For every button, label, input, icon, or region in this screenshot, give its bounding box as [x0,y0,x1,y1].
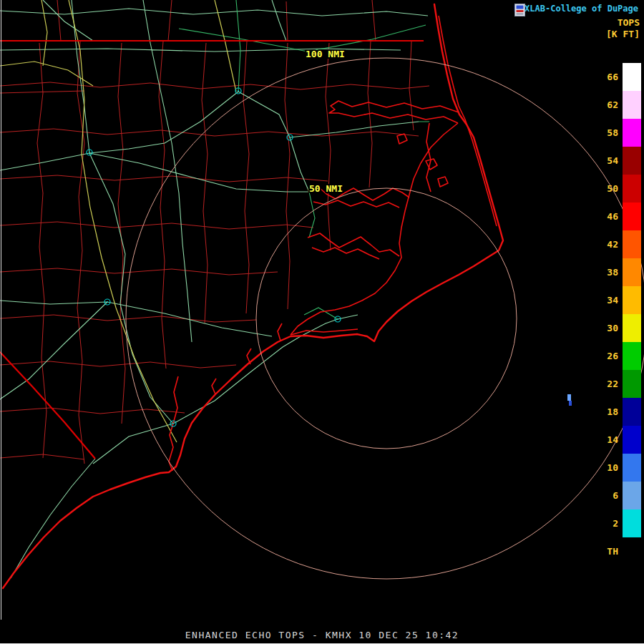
city-marker-dot [89,152,90,153]
legend-value-label: 50 [607,183,618,194]
legend-entry: 10 [591,454,641,482]
map-canvas: 100 NMI 50 NMI [0,0,644,644]
ring-label-50nmi: 50 NMI [309,183,343,194]
legend-panel: TOPS [K FT] 6662585450464238343026221814… [591,17,641,565]
legend-units: [K FT] [591,29,641,40]
legend-entry: 22 [591,370,641,398]
coastal-inlets [212,323,358,394]
legend-value-label: 58 [607,127,618,138]
map-border-left [1,0,1,620]
legend-color-swatch [623,63,641,91]
legend-entry: 26 [591,342,641,370]
legend-color-swatch [623,454,641,482]
echo-cell-dark [569,401,572,406]
legend-color-swatch [623,314,641,342]
coastline [3,4,503,588]
legend-value-label: TH [607,546,618,557]
legend-value-label: 34 [607,295,618,306]
outer-banks-inner-shore [439,16,497,226]
legend-value-label: 26 [607,351,618,361]
legend-color-swatch [623,91,641,119]
attribution-bar: NEXLAB-College of DuPage [514,4,642,14]
legend-entry: 42 [591,230,641,258]
legend-color-swatch [623,509,641,537]
neuse-river [308,233,399,259]
road-network-green [0,0,428,578]
legend-value-label: 54 [607,155,618,166]
legend-value-label: 10 [607,462,618,473]
city-marker-dot [172,423,174,424]
footer-bar: ENHANCED ECHO TOPS - KMHX 10 DEC 25 10:4… [0,630,644,640]
legend-entry: 34 [591,286,641,314]
legend-entry: 46 [591,203,641,230]
radar-map-viewport: 100 NMI 50 NMI NEXLAB-College of DuPage [0,0,644,644]
legend-color-swatch [623,203,641,230]
city-marker-dot [289,137,291,138]
legend-entry: 18 [591,398,641,426]
albemarle-sound-shore [329,101,459,123]
radar-echo [567,394,572,406]
legend-value-label: 66 [607,72,618,82]
legend-color-swatch [623,370,641,398]
legend-color-swatch [623,398,641,426]
legend-color-swatch [623,482,641,509]
pamlico-sound-mainland-shore [291,123,458,335]
range-ring-50nmi [256,188,517,449]
city-marker-dot [337,318,338,320]
atlantic-coastline [3,4,503,588]
legend-color-swatch [623,175,641,203]
legend-entry: 62 [591,91,641,119]
legend-title: TOPS [591,17,641,29]
legend-value-label: 30 [607,323,618,333]
legend-value-label: 46 [607,211,618,222]
legend-entry: 2 [591,509,641,537]
legend-entry: 30 [591,314,641,342]
alligator-river [426,123,431,192]
road-network-green-alt [179,0,429,319]
legend-entry: 58 [591,119,641,147]
legend-value-label: 2 [613,518,618,529]
echo-cell-light [567,394,571,401]
product-caption: ENHANCED ECHO TOPS - KMHX 10 DEC 25 10:4… [185,630,459,640]
legend-value-label: 42 [607,239,618,250]
ring-label-100nmi: 100 NMI [306,49,345,59]
attribution-text: NEXLAB-College of DuPage [514,4,638,14]
road-network-yellow [0,0,236,442]
legend-value-label: 62 [607,99,618,110]
legend-entry: 54 [591,147,641,175]
legend-color-swatch [623,342,641,370]
legend-entries: 66625854504642383430262218141062TH [591,63,641,565]
roads [0,0,429,578]
legend-value-label: 14 [607,434,618,445]
legend-value-label: 22 [607,379,618,389]
legend-value-label: 18 [607,406,618,417]
legend-color-swatch [623,258,641,286]
legend-entry: 6 [591,482,641,509]
legend-color-swatch [623,119,641,147]
range-ring-labels: 100 NMI 50 NMI [306,49,345,194]
legend-entry: 50 [591,175,641,203]
legend-color-swatch [623,537,641,565]
legend-entry: 14 [591,426,641,454]
range-ring-100nmi [126,58,644,579]
legend-value-label: 38 [607,267,618,278]
legend-entry: 66 [591,63,641,91]
legend-entry: TH [591,537,641,565]
city-marker-dot [238,90,239,92]
legend-color-swatch [623,230,641,258]
legend-color-swatch [623,147,641,175]
legend-entry: 38 [591,258,641,286]
legend-value-label: 6 [613,490,618,501]
legend-color-swatch [623,286,641,314]
city-marker-dot [107,301,108,303]
range-rings [126,58,644,579]
legend-color-swatch [623,426,641,454]
